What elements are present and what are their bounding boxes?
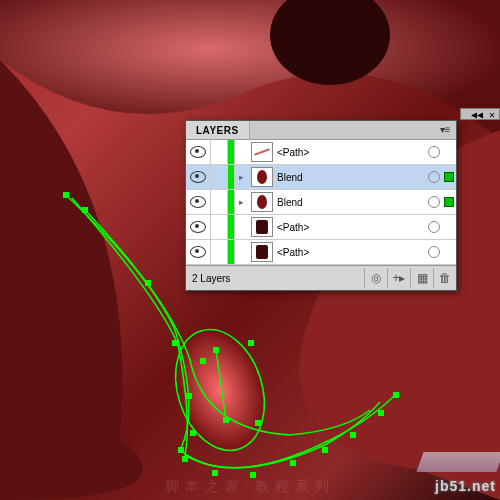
watermark-shape	[416, 452, 500, 472]
layer-list: <Path>▸Blend▸Blend<Path><Path>	[186, 140, 456, 265]
selection-indicator[interactable]	[442, 172, 456, 182]
eye-icon	[190, 146, 206, 158]
layer-thumbnail	[251, 217, 273, 237]
visibility-toggle[interactable]	[186, 190, 211, 214]
eye-icon	[190, 196, 206, 208]
layer-name[interactable]: Blend	[277, 172, 426, 183]
layer-color-swatch	[228, 190, 235, 214]
layer-thumbnail	[251, 192, 273, 212]
layer-row[interactable]: ▸Blend	[186, 165, 456, 190]
svg-rect-6	[145, 280, 151, 286]
selection-dot-icon	[444, 172, 454, 182]
target-icon	[428, 246, 440, 258]
layer-color-swatch	[228, 240, 235, 264]
eye-icon	[190, 221, 206, 233]
target-icon	[428, 221, 440, 233]
layer-row[interactable]: <Path>	[186, 140, 456, 165]
watermark-site: jb51.net	[435, 478, 496, 494]
layer-row[interactable]: ▸Blend	[186, 190, 456, 215]
layers-tab[interactable]: LAYERS	[186, 121, 250, 139]
svg-rect-17	[393, 392, 399, 398]
eye-icon	[190, 246, 206, 258]
svg-rect-23	[190, 430, 196, 436]
panel-collapse-bar[interactable]: ◀◀ ✕	[460, 108, 500, 120]
target-button[interactable]	[426, 246, 442, 258]
svg-rect-5	[82, 207, 88, 213]
svg-point-1	[163, 321, 276, 460]
layer-count-label: 2 Layers	[186, 273, 364, 284]
layer-color-swatch	[228, 215, 235, 239]
layer-color-swatch	[228, 140, 235, 164]
lock-toggle[interactable]	[211, 240, 228, 264]
panel-close-icon[interactable]: ✕	[489, 109, 495, 120]
visibility-toggle[interactable]	[186, 140, 211, 164]
layer-row[interactable]: <Path>	[186, 240, 456, 265]
layer-row[interactable]: <Path>	[186, 215, 456, 240]
layer-thumbnail	[251, 142, 273, 162]
panel-menu-icon[interactable]: ▾≡	[436, 123, 454, 137]
target-button[interactable]	[426, 146, 442, 158]
layer-name[interactable]: Blend	[277, 197, 426, 208]
svg-rect-22	[255, 420, 261, 426]
layer-name[interactable]: <Path>	[277, 147, 426, 158]
expand-arrow[interactable]: ▸	[235, 197, 247, 207]
new-layer-button[interactable]: ▦	[410, 268, 433, 288]
delete-layer-button[interactable]: 🗑	[433, 268, 456, 288]
lock-toggle[interactable]	[211, 190, 228, 214]
visibility-toggle[interactable]	[186, 240, 211, 264]
svg-rect-7	[172, 340, 178, 346]
locate-object-button[interactable]: ◎	[364, 268, 387, 288]
selection-indicator[interactable]	[442, 197, 456, 207]
panel-header: LAYERS ▾≡	[186, 121, 456, 140]
svg-rect-13	[290, 460, 296, 466]
svg-rect-19	[223, 417, 229, 423]
svg-rect-18	[213, 347, 219, 353]
svg-rect-10	[182, 456, 188, 462]
svg-rect-11	[212, 470, 218, 476]
layer-thumbnail	[251, 167, 273, 187]
target-button[interactable]	[426, 171, 442, 183]
layer-name[interactable]: <Path>	[277, 222, 426, 233]
watermark-bg-text: 脚本之家 教程系列	[165, 478, 335, 496]
lock-toggle[interactable]	[211, 165, 228, 189]
target-button[interactable]	[426, 196, 442, 208]
layer-color-swatch	[228, 165, 235, 189]
target-icon	[428, 171, 440, 183]
visibility-toggle[interactable]	[186, 215, 211, 239]
svg-rect-9	[178, 447, 184, 453]
panel-footer: 2 Layers ◎ +▸ ▦ 🗑	[186, 265, 456, 290]
svg-rect-16	[378, 410, 384, 416]
eye-icon	[190, 171, 206, 183]
expand-arrow[interactable]: ▸	[235, 172, 247, 182]
target-icon	[428, 146, 440, 158]
lock-toggle[interactable]	[211, 140, 228, 164]
target-button[interactable]	[426, 221, 442, 233]
lock-toggle[interactable]	[211, 215, 228, 239]
svg-rect-4	[63, 192, 69, 198]
new-sublayer-button[interactable]: +▸	[387, 268, 410, 288]
svg-rect-14	[322, 447, 328, 453]
layer-thumbnail	[251, 242, 273, 262]
selection-dot-icon	[444, 197, 454, 207]
svg-rect-15	[350, 432, 356, 438]
collapse-icon: ◀◀	[471, 109, 483, 120]
svg-rect-20	[200, 358, 206, 364]
target-icon	[428, 196, 440, 208]
visibility-toggle[interactable]	[186, 165, 211, 189]
layer-name[interactable]: <Path>	[277, 247, 426, 258]
layers-panel: LAYERS ▾≡ <Path>▸Blend▸Blend<Path><Path>…	[185, 120, 457, 291]
svg-rect-8	[186, 393, 192, 399]
svg-rect-21	[248, 340, 254, 346]
